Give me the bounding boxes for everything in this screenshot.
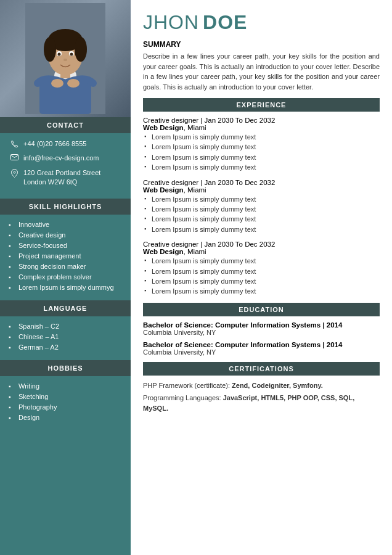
last-name: DOE <box>203 11 247 33</box>
exp3-title: Creative designer | Jan 2030 To Dec 2032 <box>143 240 380 248</box>
exp1-list: Lorem Ipsum is simply dummy text Lorem I… <box>143 133 380 173</box>
svg-point-14 <box>51 79 63 88</box>
email-item: info@free-cv-design.com <box>9 154 122 163</box>
list-item: Lorem Ipsum is simply dummy text <box>143 225 380 234</box>
exp2-list: Lorem Ipsum is simply dummy text Lorem I… <box>143 195 380 235</box>
location-icon <box>9 169 20 178</box>
svg-point-17 <box>14 171 15 173</box>
hobby-item: ▪Photography <box>9 403 122 411</box>
bullet-icon: ▪ <box>9 221 16 228</box>
name-block: JHONDOE <box>143 11 380 34</box>
exp3-list: Lorem Ipsum is simply dummy text Lorem I… <box>143 257 380 297</box>
phone-text: +44 (0)20 7666 8555 <box>23 139 86 149</box>
svg-point-8 <box>75 37 87 62</box>
experience-header: EXPERIENCE <box>143 98 380 112</box>
sidebar: CONTACT +44 (0)20 7666 8555 info@free-cv… <box>0 0 131 555</box>
list-item: Lorem Ipsum is simply dummy text <box>143 205 380 214</box>
skill-item: ▪Strong decision maker <box>9 263 122 270</box>
list-item: Lorem Ipsum is simply dummy text <box>143 267 380 276</box>
bullet-icon: ▪ <box>9 344 16 351</box>
list-item: Lorem Ipsum is simply dummy text <box>143 287 380 296</box>
list-item: Lorem Ipsum is simply dummy text <box>143 257 380 266</box>
skill-item: ▪Innovative <box>9 221 122 228</box>
bullet-icon: ▪ <box>9 393 16 400</box>
exp1-company: Web Design, Miami <box>143 124 380 131</box>
contact-section: +44 (0)20 7666 8555 info@free-cv-design.… <box>0 133 131 199</box>
language-item: ▪Chinese – A1 <box>9 333 122 340</box>
skills-header: SKILL HIGHLIGHTS <box>0 199 131 215</box>
skill-item: ▪Complex problem solver <box>9 273 122 281</box>
bullet-icon: ▪ <box>9 263 16 270</box>
svg-point-12 <box>70 53 73 56</box>
bullet-icon: ▪ <box>9 414 16 421</box>
bullet-icon: ▪ <box>9 274 16 281</box>
contact-header: CONTACT <box>0 117 131 133</box>
list-item: Lorem Ipsum is simply dummy text <box>143 163 380 172</box>
language-item: ▪Spanish – C2 <box>9 323 122 330</box>
email-icon <box>9 154 20 160</box>
list-item: Lorem Ipsum is simply dummy text <box>143 215 380 224</box>
edu2-title: Bachelor of Science: Computer Informatio… <box>143 341 380 348</box>
first-name: JHON <box>143 11 199 33</box>
email-text: info@free-cv-design.com <box>23 154 99 163</box>
language-header: LANGUAGE <box>0 300 131 316</box>
edu1-institution: Columbia University, NY <box>143 329 380 336</box>
address-item: 120 Great Portland Street London W2W 6tQ <box>9 168 122 187</box>
skill-item: ▪Service-focused <box>9 242 122 249</box>
list-item: Lorem Ipsum is simply dummy text <box>143 153 380 162</box>
education-1: Bachelor of Science: Computer Informatio… <box>143 321 380 336</box>
experience-1: Creative designer | Jan 2030 To Dec 2032… <box>143 117 380 173</box>
bullet-icon: ▪ <box>9 284 16 291</box>
bullet-icon: ▪ <box>9 334 16 340</box>
summary-title: SUMMARY <box>143 40 380 49</box>
skill-item: ▪Creative design <box>9 231 122 239</box>
cert2-text: Programming Languages: JavaScript, HTML5… <box>143 393 380 413</box>
language-section: ▪Spanish – C2▪Chinese – A1▪German – A2 <box>0 316 131 360</box>
edu2-institution: Columbia University, NY <box>143 348 380 356</box>
edu1-title: Bachelor of Science: Computer Informatio… <box>143 321 380 329</box>
experience-3: Creative designer | Jan 2030 To Dec 2032… <box>143 240 380 297</box>
education-2: Bachelor of Science: Computer Informatio… <box>143 341 380 356</box>
bullet-icon: ▪ <box>9 323 16 330</box>
exp2-title: Creative designer | Jan 2030 To Dec 2032 <box>143 179 380 186</box>
skill-item: ▪Project management <box>9 252 122 260</box>
main-content: JHONDOE SUMMARY Describe in a few lines … <box>131 0 392 555</box>
exp1-title: Creative designer | Jan 2030 To Dec 2032 <box>143 117 380 124</box>
phone-icon <box>9 140 20 148</box>
exp3-company: Web Design, Miami <box>143 248 380 255</box>
phone-item: +44 (0)20 7666 8555 <box>9 139 122 149</box>
cert1-text: PHP Framework (certificate): Zend, Codei… <box>143 380 380 391</box>
svg-point-13 <box>63 59 67 61</box>
svg-point-15 <box>67 79 80 88</box>
address-text: 120 Great Portland Street London W2W 6tQ <box>23 168 100 187</box>
bullet-icon: ▪ <box>9 383 16 390</box>
hobbies-header: HOBBIES <box>0 360 131 376</box>
list-item: Lorem Ipsum is simply dummy text <box>143 195 380 204</box>
bullet-icon: ▪ <box>9 242 16 249</box>
language-item: ▪German – A2 <box>9 343 122 351</box>
list-item: Lorem Ipsum is simply dummy text <box>143 277 380 286</box>
skill-item: ▪Lorem Ipsum is simply dummyg <box>9 284 122 291</box>
list-item: Lorem Ipsum is simply dummy text <box>143 133 380 142</box>
svg-point-7 <box>44 37 56 62</box>
list-item: Lorem Ipsum is simply dummy text <box>143 142 380 152</box>
summary-text: Describe in a few lines your career path… <box>143 51 380 92</box>
experience-2: Creative designer | Jan 2030 To Dec 2032… <box>143 179 380 235</box>
exp2-company: Web Design, Miami <box>143 186 380 194</box>
bullet-icon: ▪ <box>9 232 16 239</box>
hobby-item: ▪Writing <box>9 382 122 390</box>
certifications-header: CERTIFICATIONS <box>143 362 380 376</box>
hobby-item: ▪Design <box>9 414 122 421</box>
bullet-icon: ▪ <box>9 253 16 260</box>
profile-photo <box>0 0 131 117</box>
skills-section: ▪Innovative▪Creative design▪Service-focu… <box>0 215 131 300</box>
hobbies-section: ▪Writing▪Sketching▪Photography▪Design <box>0 376 131 430</box>
bullet-icon: ▪ <box>9 404 16 411</box>
svg-point-11 <box>58 53 61 56</box>
education-header: EDUCATION <box>143 303 380 316</box>
hobby-item: ▪Sketching <box>9 393 122 400</box>
